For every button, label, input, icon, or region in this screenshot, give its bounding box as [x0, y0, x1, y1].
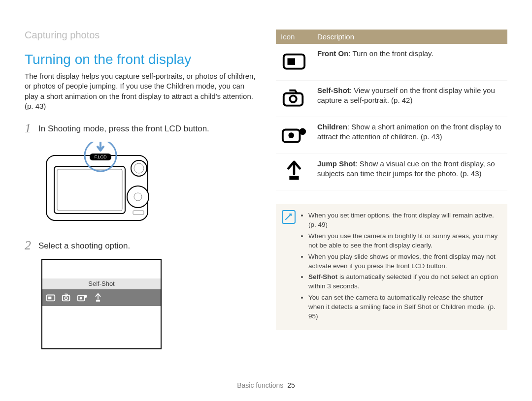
- children-icon: [77, 292, 88, 303]
- page-footer: Basic functions 25: [0, 381, 532, 389]
- row-bold: Jump Shot: [317, 159, 356, 168]
- option-selected-label: Self-Shot: [42, 278, 161, 289]
- footer-page-number: 25: [287, 381, 295, 389]
- svg-rect-2: [57, 169, 122, 211]
- table-row: Children: Show a short animation on the …: [276, 117, 507, 154]
- intro-text: The front display helps you capture self…: [25, 71, 256, 111]
- table-row: Jump Shot: Show a visual cue on the fron…: [276, 154, 507, 190]
- svg-rect-17: [96, 300, 100, 302]
- option-screen-illustration: Self-Shot: [41, 259, 162, 349]
- step-text: In Shooting mode, press the front LCD bu…: [38, 122, 209, 135]
- table-row: Front On: Turn on the front display.: [276, 44, 507, 80]
- note-item: When you set timer options, the front di…: [308, 211, 500, 230]
- note-icon: [282, 210, 296, 224]
- svg-rect-11: [48, 297, 51, 299]
- svg-rect-25: [289, 176, 299, 180]
- row-bold: Self-Shot: [317, 86, 350, 94]
- page-heading: Turning on the front display: [25, 52, 256, 67]
- note-item: When you use the camera in brightly lit …: [308, 232, 500, 250]
- self-shot-icon: [61, 292, 72, 303]
- step-number: 1: [25, 122, 38, 135]
- notes-list: When you set timer options, the front di…: [300, 211, 500, 321]
- table-row: Self-Shot: View yourself on the front di…: [276, 80, 507, 117]
- note-item: You can set the camera to automatically …: [308, 293, 500, 321]
- note-item: When you play slide shows or movies, the…: [308, 252, 500, 271]
- svg-point-4: [134, 163, 144, 173]
- step-number: 2: [25, 239, 38, 252]
- svg-rect-19: [288, 58, 295, 64]
- svg-point-23: [299, 128, 306, 135]
- self-shot-icon: [281, 102, 307, 111]
- step-1: 1 In Shooting mode, press the front LCD …: [25, 122, 256, 135]
- description-table: Icon Description Front On: Turn on the f…: [276, 30, 507, 190]
- row-bold: Front On: [317, 49, 348, 58]
- step-text: Select a shooting option.: [38, 239, 130, 252]
- footer-section: Basic functions: [237, 381, 283, 389]
- step-2: 2 Select a shooting option.: [25, 239, 256, 252]
- row-bold: Children: [317, 123, 347, 131]
- note-item: Self-Shot is automatically selected if y…: [308, 273, 500, 291]
- svg-point-6: [134, 193, 142, 201]
- svg-point-15: [84, 295, 87, 298]
- table-head-icon: Icon: [276, 30, 312, 44]
- svg-point-24: [288, 132, 294, 138]
- front-on-icon: [45, 292, 56, 303]
- breadcrumb: Capturing photos: [25, 30, 256, 41]
- children-icon: [281, 139, 307, 147]
- table-head-description: Description: [312, 30, 507, 44]
- svg-point-21: [290, 95, 296, 102]
- jump-shot-icon: [281, 176, 307, 184]
- camera-illustration: F.LCD: [41, 142, 256, 227]
- jump-shot-icon: [93, 292, 103, 303]
- notes-box: When you set timer options, the front di…: [276, 204, 507, 330]
- flcd-label: F.LCD: [94, 154, 107, 159]
- svg-rect-7: [133, 211, 144, 215]
- svg-point-13: [65, 297, 67, 300]
- option-icons-bar: [42, 289, 161, 306]
- svg-point-16: [80, 297, 82, 300]
- svg-rect-12: [63, 295, 70, 301]
- row-text: : Turn on the front display.: [348, 49, 433, 58]
- front-on-icon: [281, 65, 307, 74]
